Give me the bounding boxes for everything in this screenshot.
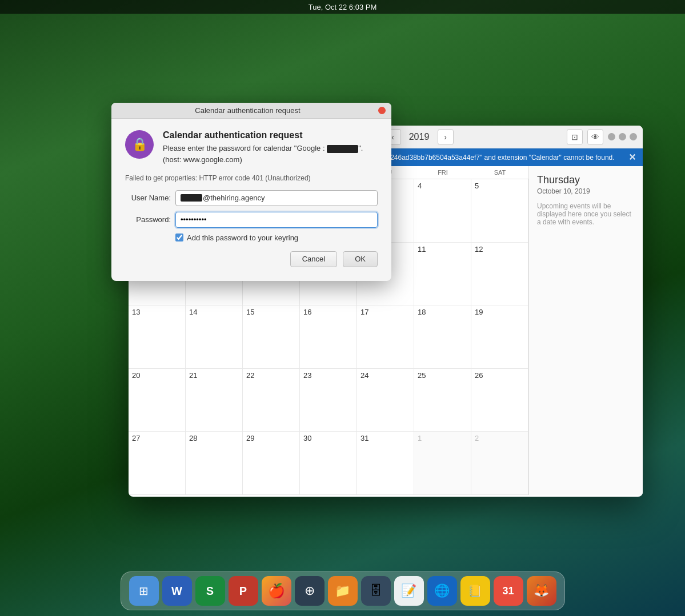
dock: ⊞ W S P 🍎 ⊕ 📁 🗄 📝 🌐 📒 [121, 571, 565, 610]
datetime-label: Tue, Oct 22 6:03 PM [309, 3, 376, 11]
desktop: Tue, Oct 22 6:03 PM ⊞ ⊕ ‹ October › ‹ 20… [0, 0, 685, 616]
table-row[interactable]: 18 [414, 305, 471, 369]
username-display: @thehiring.agency [175, 190, 378, 206]
table-row[interactable]: 29 [243, 432, 300, 495]
calendar-dock-label: 31 [502, 585, 514, 597]
dialog-desc-prefix: Please enter the password for calendar "… [163, 144, 327, 152]
table-row[interactable]: 5 [471, 179, 528, 243]
minimize-button[interactable] [608, 133, 615, 140]
dock-icon-pdf[interactable]: P [229, 576, 258, 606]
dock-icon-notes[interactable]: 📒 [460, 576, 490, 606]
dock-icon-files[interactable]: 📁 [328, 576, 358, 606]
table-row[interactable]: 30 [300, 432, 357, 495]
password-input[interactable] [175, 212, 378, 228]
table-row[interactable]: 14 [186, 305, 243, 369]
table-row[interactable]: 20 [129, 369, 186, 432]
table-row[interactable]: 19 [471, 305, 528, 369]
year-nav-group: ‹ 2019 › [385, 129, 454, 145]
dialog-close-button[interactable] [378, 107, 386, 114]
table-row[interactable]: 21 [186, 369, 243, 432]
table-row[interactable]: 17 [357, 305, 414, 369]
ok-button[interactable]: OK [343, 251, 378, 267]
dialog-titlebar: Calendar authentication request [111, 103, 391, 119]
table-row[interactable]: 12 [471, 243, 528, 306]
window-traffic-lights [608, 133, 637, 140]
keyring-label: Add this password to your keyring [187, 233, 298, 242]
dock-icon-text[interactable]: 📝 [394, 576, 424, 606]
dialog-title: Calendar authentication request [117, 106, 378, 115]
table-row[interactable]: 15 [243, 305, 300, 369]
dialog-header-row: 🔒 Calendar authentication request Please… [125, 130, 378, 166]
redacted-account [327, 145, 358, 153]
close-button[interactable] [630, 133, 637, 140]
table-row[interactable]: 11 [414, 243, 471, 306]
dock-icon-firefox[interactable]: 🦊 [527, 576, 556, 606]
next-year-button[interactable]: › [438, 129, 454, 145]
password-label: Password: [125, 215, 171, 224]
table-row[interactable]: 26 [471, 369, 528, 432]
table-row[interactable]: 28 [186, 432, 243, 495]
error-close-button[interactable]: ✕ [628, 152, 636, 163]
sidebar-date: October 10, 2019 [537, 187, 635, 195]
menubar-time: Tue, Oct 22 6:03 PM [309, 3, 376, 11]
table-row[interactable]: 2 [471, 432, 528, 495]
export-button[interactable]: ⊡ [567, 129, 583, 145]
keyring-checkbox-row: Add this password to your keyring [175, 233, 378, 242]
redacted-username [181, 194, 202, 202]
dock-icon-multitasking[interactable]: ⊞ [129, 576, 159, 606]
dialog-button-row: Cancel OK [125, 251, 378, 269]
auth-dialog: Calendar authentication request 🔒 Calend… [111, 103, 391, 281]
username-label: User Name: [125, 194, 171, 202]
dock-icon-macos[interactable]: 🍎 [262, 576, 291, 606]
table-row[interactable]: 22 [243, 369, 300, 432]
day-header-sat: Sat [471, 166, 528, 179]
table-row[interactable]: 4 [414, 179, 471, 243]
dock-icon-browser[interactable]: 🌐 [427, 576, 457, 606]
day-header-fri: Fri [414, 166, 471, 179]
view-toggle-button[interactable]: 👁 [587, 129, 603, 145]
password-row: Password: [125, 212, 378, 228]
dock-icon-word[interactable]: W [162, 576, 192, 606]
username-row: User Name: @thehiring.agency [125, 190, 378, 206]
sidebar-hint: Upcoming events will be displayed here o… [537, 202, 635, 226]
dialog-host: (host: www.google.com) [163, 155, 363, 164]
dock-icon-calendar[interactable]: 31 [494, 576, 523, 606]
menubar: Tue, Oct 22 6:03 PM [0, 0, 685, 14]
year-label: 2019 [402, 132, 436, 142]
table-row[interactable]: 13 [129, 305, 186, 369]
dialog-error-msg: Failed to get properties: HTTP error cod… [125, 174, 378, 182]
cancel-button[interactable]: Cancel [290, 251, 337, 267]
table-row[interactable]: 24 [357, 369, 414, 432]
dialog-description: Please enter the password for calendar "… [163, 144, 363, 153]
lock-icon: 🔒 [125, 130, 154, 159]
keyring-checkbox[interactable] [175, 233, 183, 241]
table-row[interactable]: 25 [414, 369, 471, 432]
table-row[interactable]: 31 [357, 432, 414, 495]
table-row[interactable]: 23 [300, 369, 357, 432]
calendar-sidebar: Thursday October 10, 2019 Upcoming event… [528, 166, 643, 495]
username-suffix: @thehiring.agency [203, 194, 265, 202]
dock-icon-sheets[interactable]: S [195, 576, 225, 606]
dialog-desc-suffix: ". [358, 144, 363, 152]
dialog-body: 🔒 Calendar authentication request Please… [111, 119, 391, 281]
dock-icon-archive[interactable]: 🗄 [361, 576, 391, 606]
table-row[interactable]: 27 [129, 432, 186, 495]
table-row[interactable]: 16 [300, 305, 357, 369]
dialog-heading: Calendar authentication request [163, 130, 363, 140]
table-row[interactable]: 1 [414, 432, 471, 495]
sidebar-day-name: Thursday [537, 174, 635, 186]
dock-icon-network[interactable]: ⊕ [295, 576, 325, 606]
maximize-button[interactable] [619, 133, 626, 140]
dialog-text-block: Calendar authentication request Please e… [163, 130, 363, 166]
